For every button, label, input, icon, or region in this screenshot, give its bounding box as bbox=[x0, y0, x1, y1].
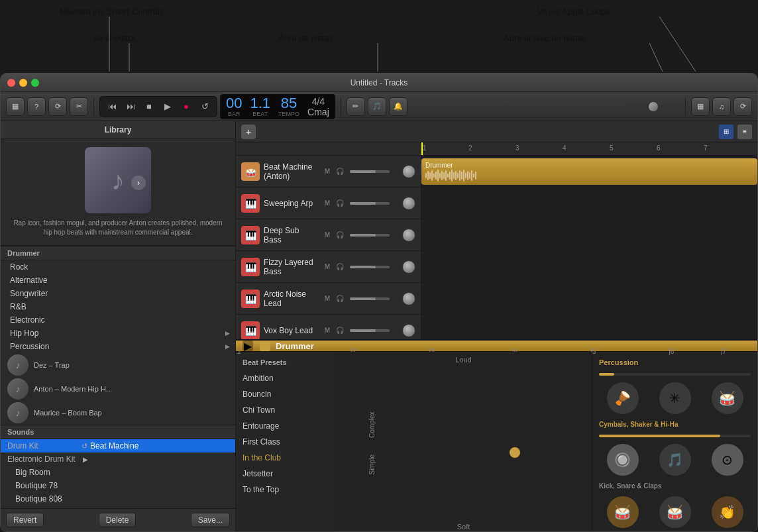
preset-entourage[interactable]: Entourage bbox=[236, 418, 335, 434]
track-lane-drummer[interactable]: Drummer bbox=[421, 156, 757, 187]
drum-kit-item-big-room[interactable]: Big Room bbox=[1, 466, 235, 479]
drummer-panel-icon[interactable]: ▶ bbox=[243, 341, 253, 351]
drummer-item[interactable]: ♪ Dez – Trap bbox=[1, 353, 235, 377]
track-volume-slider[interactable] bbox=[350, 329, 390, 332]
fast-forward-button[interactable]: ⏭ bbox=[123, 99, 138, 115]
track-mute-btn[interactable]: M bbox=[322, 325, 333, 336]
track-header-4[interactable]: 🎹 Arctic Noise Lead M 🎧 bbox=[236, 283, 421, 315]
apple-loops-button[interactable]: ⟳ bbox=[733, 97, 752, 116]
close-button[interactable] bbox=[7, 79, 15, 87]
scissors-button[interactable]: ✂ bbox=[70, 97, 88, 116]
track-mute-btn[interactable]: M bbox=[322, 293, 333, 304]
pencil-button[interactable]: ✏ bbox=[347, 97, 365, 116]
drummer-item[interactable]: ♪ Maurice – Boom Bap bbox=[1, 401, 235, 425]
preset-ambition[interactable]: Ambition bbox=[236, 370, 335, 386]
track-mute-btn[interactable]: M bbox=[322, 198, 333, 209]
electronic-kit-item[interactable]: Electronic Drum Kit ▶ bbox=[1, 452, 235, 466]
perc-bongo[interactable]: 🥁 bbox=[704, 382, 751, 414]
smart-controls-mini[interactable]: ⊞ bbox=[719, 125, 733, 139]
track-header-0[interactable]: 🥁 Beat Machine (Anton) M 🎧 bbox=[236, 156, 421, 187]
track-knob[interactable] bbox=[402, 229, 415, 242]
track-volume-slider[interactable] bbox=[350, 202, 390, 205]
drummer-region[interactable]: Drummer bbox=[421, 158, 757, 185]
track-knob[interactable] bbox=[402, 165, 415, 178]
rewind-button[interactable]: ⏮ bbox=[104, 99, 120, 115]
track-knob[interactable] bbox=[402, 324, 415, 337]
xy-pad-area[interactable]: Loud Simple Complex Soft bbox=[335, 352, 592, 532]
library-category-electronic[interactable]: Electronic bbox=[1, 313, 235, 327]
track-headphone-btn[interactable]: 🎧 bbox=[335, 293, 345, 304]
flex-button[interactable]: ≡ bbox=[737, 125, 752, 139]
library-button[interactable]: ▦ bbox=[6, 97, 25, 116]
library-category-songwriter[interactable]: Songwriter bbox=[1, 287, 235, 300]
tuner-button[interactable]: 🎵 bbox=[368, 97, 386, 116]
library-category-hip-hop[interactable]: Hip Hop bbox=[1, 327, 235, 340]
library-category-rock[interactable]: Rock bbox=[1, 260, 235, 274]
track-header-2[interactable]: 🎹 Deep Sub Bass M 🎧 bbox=[236, 219, 421, 251]
preset-bouncin[interactable]: Bouncin bbox=[236, 386, 335, 402]
minimize-button[interactable] bbox=[19, 79, 27, 87]
delete-button[interactable]: Delete bbox=[99, 513, 136, 527]
track-lane-6[interactable] bbox=[421, 315, 757, 339]
preset-to-the-top[interactable]: To the Top bbox=[236, 482, 335, 498]
perc-splash[interactable]: ✳ bbox=[651, 382, 698, 414]
track-header-5[interactable]: 🎹 Vox Boy Lead M 🎧 bbox=[236, 315, 421, 339]
track-headphone-btn[interactable]: 🎧 bbox=[335, 262, 345, 272]
play-button[interactable]: ▶ bbox=[160, 99, 176, 115]
library-category-percussion[interactable]: Percussion bbox=[1, 340, 235, 353]
help-button[interactable]: ? bbox=[27, 97, 46, 116]
maximize-button[interactable] bbox=[31, 79, 39, 87]
cycle-button[interactable]: ↺ bbox=[197, 99, 213, 115]
track-knob[interactable] bbox=[402, 260, 415, 274]
track-header-1[interactable]: 🎹 Sweeping Arp M 🎧 bbox=[236, 187, 421, 219]
library-category-alternative[interactable]: Alternative bbox=[1, 274, 235, 287]
track-lane-2[interactable] bbox=[421, 187, 757, 219]
track-headphone-btn[interactable]: 🎧 bbox=[335, 230, 345, 240]
preview-next-button[interactable]: › bbox=[131, 176, 146, 190]
smart-controls-button[interactable]: ▦ bbox=[691, 97, 710, 116]
track-lane-5[interactable] bbox=[421, 283, 757, 315]
preset-first-class[interactable]: First Class bbox=[236, 434, 335, 450]
track-volume-slider[interactable] bbox=[350, 266, 390, 268]
stop-button[interactable]: ■ bbox=[141, 99, 157, 115]
track-headphone-btn[interactable]: 🎧 bbox=[335, 198, 345, 209]
drummer-item[interactable]: ♪ Anton – Modern Hip H... bbox=[1, 377, 235, 401]
preset-in-the-club[interactable]: In the Club bbox=[236, 450, 335, 466]
preset-chi-town[interactable]: Chi Town bbox=[236, 402, 335, 418]
preset-jetsetter[interactable]: Jetsetter bbox=[236, 466, 335, 482]
track-mute-btn[interactable]: M bbox=[322, 166, 333, 177]
drum-kit-item-boutique-78[interactable]: Boutique 78 bbox=[1, 479, 235, 492]
track-knob[interactable] bbox=[402, 292, 415, 305]
add-track-button[interactable]: + bbox=[241, 125, 256, 139]
perc-hihat2[interactable]: ⊙ bbox=[704, 444, 751, 476]
drum-kit-item-boutique-808[interactable]: Boutique 808 bbox=[1, 492, 235, 505]
record-button[interactable]: ● bbox=[178, 99, 194, 115]
revert-button[interactable]: Revert bbox=[6, 513, 44, 527]
track-lane-3[interactable] bbox=[421, 219, 757, 251]
loop-button[interactable]: ⟳ bbox=[48, 97, 67, 116]
track-headphone-btn[interactable]: 🎧 bbox=[335, 325, 345, 336]
track-volume-slider[interactable] bbox=[350, 170, 390, 173]
metronome-button[interactable]: 🔔 bbox=[389, 97, 407, 116]
track-header-3[interactable]: 🎹 Fizzy Layered Bass M 🎧 bbox=[236, 251, 421, 283]
track-volume-slider[interactable] bbox=[350, 234, 390, 237]
percussion-slider[interactable] bbox=[599, 373, 751, 376]
track-lane-4[interactable] bbox=[421, 251, 757, 283]
library-category-r-b[interactable]: R&B bbox=[1, 300, 235, 313]
drum-kit-item[interactable]: Drum Kit ↺ Beat Machine bbox=[1, 439, 235, 452]
track-headphone-btn[interactable]: 🎧 bbox=[335, 166, 345, 177]
track-knob[interactable] bbox=[402, 197, 415, 210]
drummer-color-btn[interactable] bbox=[260, 341, 270, 351]
perc-kick[interactable]: 🥁 bbox=[599, 496, 646, 528]
perc-clap[interactable]: 👏 bbox=[704, 496, 751, 528]
master-volume-knob[interactable] bbox=[648, 101, 659, 112]
track-volume-slider[interactable] bbox=[350, 297, 390, 300]
editor-button[interactable]: ♫ bbox=[712, 97, 731, 116]
track-mute-btn[interactable]: M bbox=[322, 230, 333, 240]
save-button[interactable]: Save... bbox=[191, 513, 230, 527]
track-mute-btn[interactable]: M bbox=[322, 262, 333, 272]
cymbals-slider[interactable] bbox=[599, 435, 751, 437]
xy-dot[interactable] bbox=[510, 447, 520, 458]
perc-cowbell[interactable]: 🪘 bbox=[599, 382, 646, 414]
perc-shaker[interactable]: 🎵 bbox=[651, 444, 698, 476]
